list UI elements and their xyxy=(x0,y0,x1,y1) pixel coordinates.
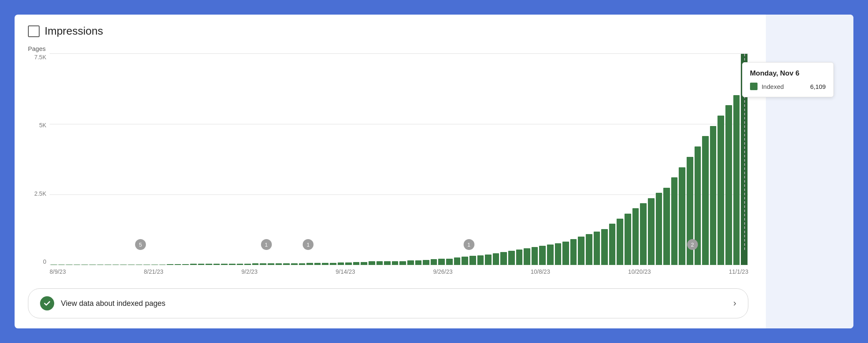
bar[interactable] xyxy=(151,265,158,265)
bar[interactable] xyxy=(532,247,538,265)
right-panel xyxy=(766,15,853,328)
bar[interactable] xyxy=(198,264,205,265)
bar[interactable] xyxy=(369,261,375,265)
bar[interactable] xyxy=(50,265,57,265)
bar[interactable] xyxy=(671,177,678,265)
bar[interactable] xyxy=(206,264,212,265)
bar[interactable] xyxy=(485,255,492,265)
chart-area: Pages 0 2.5K 5K 7.5K Monday, Nov 6 Index… xyxy=(28,45,748,280)
bar[interactable] xyxy=(74,265,80,265)
bar[interactable] xyxy=(58,265,65,265)
bar[interactable] xyxy=(679,167,685,265)
bar[interactable] xyxy=(438,259,445,265)
bar[interactable] xyxy=(462,257,468,265)
bar[interactable] xyxy=(314,263,321,265)
bar[interactable] xyxy=(376,261,383,265)
bar[interactable] xyxy=(244,264,251,265)
bar[interactable] xyxy=(361,262,367,265)
annotation-circle[interactable]: 5 xyxy=(135,239,146,250)
bar[interactable] xyxy=(291,263,298,265)
bar[interactable] xyxy=(89,265,96,265)
bar[interactable] xyxy=(399,261,406,265)
bar[interactable] xyxy=(477,255,484,265)
bar[interactable] xyxy=(469,256,476,265)
bar[interactable] xyxy=(407,260,414,265)
bar[interactable] xyxy=(656,193,662,265)
tooltip-row: Indexed 6,109 xyxy=(750,83,826,90)
bar[interactable] xyxy=(120,265,127,265)
bar[interactable] xyxy=(252,263,259,265)
bar[interactable] xyxy=(97,265,104,265)
bar[interactable] xyxy=(594,232,600,265)
annotation-circle[interactable]: 2 xyxy=(687,239,698,250)
bar[interactable] xyxy=(105,265,111,265)
bar[interactable] xyxy=(725,105,732,265)
bar[interactable] xyxy=(524,248,530,265)
bar[interactable] xyxy=(625,214,631,265)
bar[interactable] xyxy=(306,263,313,265)
bar[interactable] xyxy=(446,259,453,265)
bar[interactable] xyxy=(562,242,569,265)
bar[interactable] xyxy=(508,251,515,265)
bar[interactable] xyxy=(113,265,119,265)
bar[interactable] xyxy=(128,265,135,265)
bar[interactable] xyxy=(454,257,461,265)
bar[interactable] xyxy=(733,95,740,265)
bar[interactable] xyxy=(415,260,422,265)
bar[interactable] xyxy=(601,229,608,265)
annotation-circle[interactable]: 1 xyxy=(464,239,474,250)
bar[interactable] xyxy=(516,250,523,265)
bar[interactable] xyxy=(702,136,709,265)
bar[interactable] xyxy=(143,265,150,265)
bar[interactable] xyxy=(229,264,236,265)
bar[interactable] xyxy=(500,252,507,265)
bar[interactable] xyxy=(423,260,429,265)
bar[interactable] xyxy=(663,188,670,265)
tooltip-swatch xyxy=(750,83,758,90)
annotation-circle[interactable]: 1 xyxy=(303,239,314,250)
bar[interactable] xyxy=(338,262,344,265)
bar[interactable] xyxy=(570,239,577,265)
annotation-circle[interactable]: 1 xyxy=(261,239,272,250)
bar[interactable] xyxy=(586,234,592,265)
bar[interactable] xyxy=(237,264,243,265)
bar[interactable] xyxy=(213,264,220,265)
bar[interactable] xyxy=(384,261,391,265)
bar[interactable] xyxy=(345,262,352,265)
bar[interactable] xyxy=(539,246,546,265)
bar[interactable] xyxy=(578,237,585,265)
bar[interactable] xyxy=(648,198,655,265)
bar[interactable] xyxy=(555,243,562,265)
bar[interactable] xyxy=(159,265,166,265)
bar[interactable] xyxy=(609,224,616,265)
bar[interactable] xyxy=(66,265,73,265)
bar[interactable] xyxy=(547,245,554,265)
view-indexed-pages-link[interactable]: View data about indexed pages › xyxy=(28,288,748,318)
bar[interactable] xyxy=(81,265,88,265)
bar[interactable] xyxy=(221,264,228,265)
bar[interactable] xyxy=(392,261,399,265)
bar[interactable] xyxy=(330,263,336,265)
bar[interactable] xyxy=(182,264,189,265)
impressions-checkbox[interactable] xyxy=(28,25,40,37)
bar[interactable] xyxy=(136,265,143,265)
bar[interactable] xyxy=(717,116,724,265)
bar[interactable] xyxy=(167,264,173,265)
x-tick-0: 8/9/23 xyxy=(50,268,66,280)
bar[interactable] xyxy=(190,264,197,265)
bar[interactable] xyxy=(260,263,266,265)
bar[interactable] xyxy=(632,208,639,265)
bar[interactable] xyxy=(431,259,437,265)
bar[interactable] xyxy=(617,219,623,265)
bar[interactable] xyxy=(283,263,290,265)
bar[interactable] xyxy=(175,264,181,265)
bar[interactable] xyxy=(276,263,282,265)
bar[interactable] xyxy=(353,262,360,265)
impressions-label: Impressions xyxy=(45,25,103,38)
bar[interactable] xyxy=(268,263,274,265)
bar[interactable] xyxy=(299,263,306,265)
bar[interactable] xyxy=(493,253,499,265)
bar[interactable] xyxy=(710,126,717,265)
bar[interactable] xyxy=(322,263,329,265)
bar[interactable] xyxy=(640,203,647,265)
